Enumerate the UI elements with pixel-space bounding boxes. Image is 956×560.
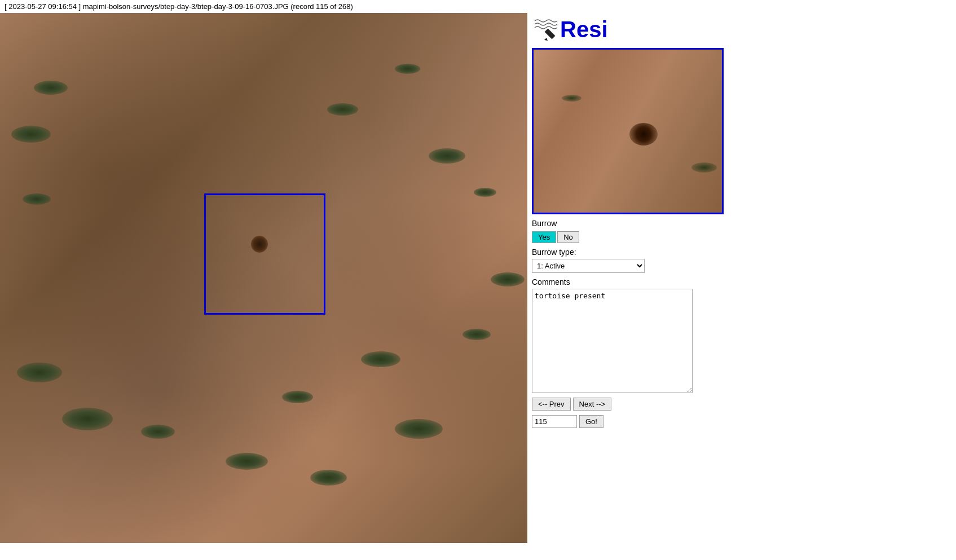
nav-buttons: <-- Prev Next --> (532, 398, 951, 411)
comments-textarea[interactable]: tortoise present (532, 289, 693, 393)
selection-box (204, 193, 325, 315)
thumb-burrow (629, 123, 658, 145)
logo-svg (532, 15, 560, 43)
record-nav: Go! (532, 415, 951, 428)
burrow-section: Burrow Yes No (532, 219, 951, 243)
prev-button[interactable]: <-- Prev (532, 398, 571, 411)
shrub-12 (462, 329, 491, 340)
burrow-buttons: Yes No (532, 231, 951, 243)
record-input[interactable] (532, 415, 577, 428)
shrub-15 (327, 103, 358, 116)
comments-section: Comments tortoise present (532, 277, 951, 393)
shrub-7 (226, 453, 268, 470)
shrub-11 (395, 419, 443, 439)
thumb-bg (534, 50, 722, 213)
go-button[interactable]: Go! (579, 415, 603, 428)
shrub-8 (310, 470, 347, 486)
svg-marker-1 (544, 38, 548, 41)
burrow-yes-button[interactable]: Yes (532, 231, 556, 243)
main-layout: Resi Burrow Yes No Burrow type: (0, 13, 956, 543)
header-text: [ 2023-05-27 09:16:54 ] mapimi-bolson-su… (5, 2, 353, 11)
main-image-panel (0, 13, 527, 543)
shrub-6 (141, 425, 175, 439)
thumb-shrub-1 (562, 95, 581, 102)
shrub-1 (34, 81, 68, 95)
shrub-4 (17, 363, 62, 382)
thumb-shrub-2 (691, 162, 717, 173)
shrub-5 (62, 408, 113, 430)
shrub-3 (23, 193, 51, 205)
right-panel: Resi Burrow Yes No Burrow type: (527, 13, 956, 543)
logo-text: Resi (560, 17, 608, 42)
svg-rect-0 (545, 29, 555, 39)
burrow-spot (251, 236, 268, 253)
shrub-2 (11, 126, 51, 143)
shrub-16 (429, 148, 465, 164)
shrub-9 (282, 391, 313, 403)
logo-icon (532, 15, 560, 43)
shrub-14 (395, 64, 420, 74)
shrub-13 (491, 272, 525, 286)
thumbnail-container (532, 48, 724, 214)
logo-area: Resi (532, 15, 951, 43)
shrub-10 (361, 351, 400, 367)
burrow-no-button[interactable]: No (557, 231, 579, 243)
shrub-17 (474, 188, 496, 197)
burrow-type-label: Burrow type: (532, 248, 951, 257)
burrow-type-select[interactable]: 1: Active 2: Inactive 3: Unknown (532, 259, 645, 273)
header-bar: [ 2023-05-27 09:16:54 ] mapimi-bolson-su… (0, 0, 956, 13)
burrow-label: Burrow (532, 219, 951, 228)
next-button[interactable]: Next --> (573, 398, 612, 411)
comments-label: Comments (532, 277, 951, 286)
main-image (0, 13, 527, 543)
burrow-type-section: Burrow type: 1: Active 2: Inactive 3: Un… (532, 248, 951, 273)
thumbnail-image (534, 50, 722, 213)
